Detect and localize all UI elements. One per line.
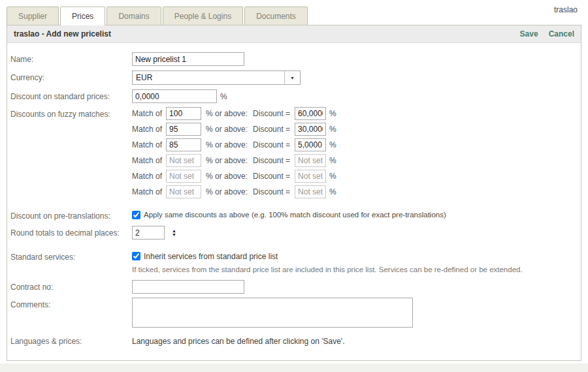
round-totals-input[interactable] [132, 226, 165, 240]
tab-bar: Supplier Prices Domains People & Logins … [7, 7, 588, 25]
fuzzy-row-5: Match of % or above: Discount = % [132, 170, 336, 183]
match-of-label: Match of [132, 109, 162, 118]
panel-header: traslao - Add new pricelist Save Cancel [7, 25, 581, 43]
pricelist-panel: traslao - Add new pricelist Save Cancel … [7, 25, 581, 361]
or-above-label: % or above: [206, 109, 248, 118]
percent-sign: % [329, 140, 336, 149]
match-of-label: Match of [132, 140, 162, 149]
discount-eq-label: Discount = [253, 172, 290, 181]
percent-sign: % [220, 89, 227, 101]
name-input[interactable] [132, 52, 244, 66]
or-above-label: % or above: [206, 125, 248, 134]
discount-standard-row: Discount on standard prices: % [10, 89, 578, 103]
currency-select[interactable]: EUR ▼ [132, 70, 301, 85]
fuzzy-matches-section: Discounts on fuzzy matches: Match of % o… [10, 107, 578, 198]
discount-eq-label: Discount = [253, 187, 290, 196]
inherit-services-text: Inherit services from standard price lis… [144, 251, 278, 261]
pricelist-form: Name: Currency: EUR ▼ Discount on standa… [7, 43, 581, 360]
page-title: traslao - Add new pricelist [14, 29, 111, 39]
languages-note: Languages and prices can be defined afte… [132, 334, 344, 346]
fuzzy-row-2: Match of % or above: Discount = % [132, 123, 336, 136]
match-discount-input-1[interactable] [295, 107, 326, 120]
match-threshold-input-2[interactable] [166, 123, 201, 136]
fuzzy-row-4: Match of % or above: Discount = % [132, 154, 336, 167]
match-of-label: Match of [132, 187, 162, 196]
apply-same-discounts-checkbox[interactable] [132, 211, 140, 219]
match-threshold-input-5[interactable] [166, 170, 201, 183]
match-threshold-input-4[interactable] [166, 154, 201, 167]
currency-label: Currency: [10, 70, 132, 82]
discount-eq-label: Discount = [253, 140, 290, 149]
comments-textarea[interactable] [132, 298, 413, 328]
spinner-down-icon[interactable]: ▼ [172, 233, 176, 237]
or-above-label: % or above: [206, 156, 248, 165]
inherit-services-help-text: If ticked, services from the standard pr… [132, 266, 523, 273]
tab-people-logins[interactable]: People & Logins [163, 7, 243, 25]
currency-selected-value: EUR [133, 71, 284, 84]
match-threshold-input-6[interactable] [166, 185, 201, 198]
match-discount-input-5[interactable] [295, 170, 326, 183]
percent-sign: % [329, 172, 336, 181]
match-of-label: Match of [132, 172, 162, 181]
discount-eq-label: Discount = [253, 109, 290, 118]
inherit-services-checkbox[interactable] [132, 252, 140, 260]
or-above-label: % or above: [206, 140, 248, 149]
match-discount-input-3[interactable] [295, 138, 326, 151]
languages-label: Languages & prices: [10, 334, 132, 346]
standard-services-label: Standard services: [10, 250, 132, 262]
match-threshold-input-3[interactable] [166, 138, 201, 151]
percent-sign: % [329, 125, 336, 134]
round-totals-stepper[interactable]: ▲ ▼ [172, 229, 176, 237]
tab-prices[interactable]: Prices [60, 7, 105, 25]
percent-sign: % [329, 187, 336, 196]
discount-eq-label: Discount = [253, 125, 290, 134]
save-button[interactable]: Save [520, 29, 538, 39]
or-above-label: % or above: [206, 187, 248, 196]
match-discount-input-6[interactable] [295, 185, 326, 198]
tab-domains[interactable]: Domains [106, 7, 161, 25]
percent-sign: % [329, 109, 336, 118]
pretranslations-label: Discount on pre-translations: [10, 209, 132, 221]
match-threshold-input-1[interactable] [166, 107, 201, 120]
contract-label: Contract no: [10, 280, 132, 292]
pretranslations-row: Discount on pre-translations: Apply same… [10, 209, 578, 221]
apply-same-discounts-text: Apply same discounts as above (e.g. 100%… [144, 210, 446, 219]
languages-row: Languages & prices: Languages and prices… [10, 334, 578, 360]
fuzzy-matches-label: Discounts on fuzzy matches: [10, 107, 132, 198]
discount-standard-input[interactable] [132, 89, 217, 103]
discount-standard-label: Discount on standard prices: [10, 89, 132, 101]
name-row: Name: [10, 52, 578, 66]
contract-row: Contract no: [10, 280, 578, 294]
percent-sign: % [329, 156, 336, 165]
round-totals-row: Round totals to decimal places: ▲ ▼ [10, 226, 578, 240]
standard-services-row: Standard services: Inherit services from… [10, 250, 578, 273]
or-above-label: % or above: [206, 172, 248, 181]
footer-strip [0, 364, 588, 372]
match-discount-input-2[interactable] [295, 123, 326, 136]
match-of-label: Match of [132, 156, 162, 165]
fuzzy-row-6: Match of % or above: Discount = % [132, 185, 336, 198]
discount-eq-label: Discount = [253, 156, 290, 165]
round-totals-label: Round totals to decimal places: [10, 226, 132, 238]
match-of-label: Match of [132, 125, 162, 134]
tab-supplier[interactable]: Supplier [7, 7, 59, 25]
fuzzy-row-1: Match of % or above: Discount = % [132, 107, 336, 120]
dropdown-arrow-icon[interactable]: ▼ [284, 71, 300, 84]
name-label: Name: [10, 52, 132, 64]
currency-row: Currency: EUR ▼ [10, 70, 578, 85]
comments-row: Comments: [10, 298, 578, 328]
contract-no-input[interactable] [132, 280, 244, 294]
tab-documents[interactable]: Documents [244, 7, 308, 25]
cancel-button[interactable]: Cancel [549, 29, 574, 39]
fuzzy-row-3: Match of % or above: Discount = % [132, 138, 336, 151]
match-discount-input-4[interactable] [295, 154, 326, 167]
comments-label: Comments: [10, 298, 132, 309]
